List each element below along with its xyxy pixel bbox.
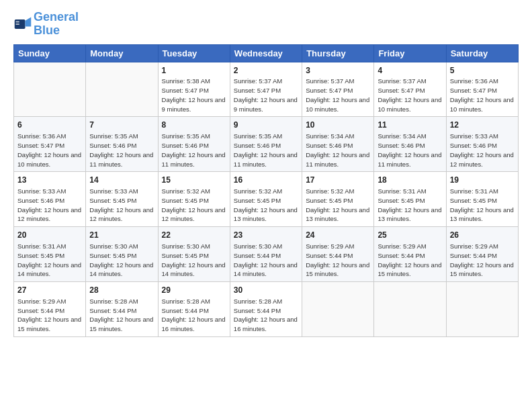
calendar-cell: 20Sunrise: 5:31 AM Sunset: 5:45 PM Dayli… (14, 227, 86, 282)
day-info: Sunrise: 5:33 AM Sunset: 5:46 PM Dayligh… (17, 187, 82, 224)
day-number: 22 (162, 230, 226, 241)
day-info: Sunrise: 5:30 AM Sunset: 5:45 PM Dayligh… (89, 242, 154, 279)
calendar-cell: 28Sunrise: 5:28 AM Sunset: 5:44 PM Dayli… (86, 282, 158, 337)
day-info: Sunrise: 5:37 AM Sunset: 5:47 PM Dayligh… (234, 77, 298, 113)
calendar-cell: 22Sunrise: 5:30 AM Sunset: 5:45 PM Dayli… (158, 227, 230, 282)
calendar-cell: 26Sunrise: 5:29 AM Sunset: 5:44 PM Dayli… (446, 227, 518, 282)
calendar-cell: 8Sunrise: 5:35 AM Sunset: 5:46 PM Daylig… (158, 117, 230, 172)
calendar-cell: 17Sunrise: 5:32 AM Sunset: 5:45 PM Dayli… (302, 172, 374, 227)
day-info: Sunrise: 5:38 AM Sunset: 5:47 PM Dayligh… (162, 77, 226, 113)
calendar-cell: 23Sunrise: 5:30 AM Sunset: 5:44 PM Dayli… (230, 227, 302, 282)
calendar-week-row: 27Sunrise: 5:29 AM Sunset: 5:44 PM Dayli… (14, 282, 519, 337)
day-header-monday: Monday (86, 44, 158, 62)
day-info: Sunrise: 5:29 AM Sunset: 5:44 PM Dayligh… (450, 242, 515, 279)
day-info: Sunrise: 5:32 AM Sunset: 5:45 PM Dayligh… (162, 187, 226, 224)
page: General Blue SundayMondayTuesdayWednesda… (0, 0, 532, 411)
day-info: Sunrise: 5:35 AM Sunset: 5:46 PM Dayligh… (234, 132, 298, 169)
day-info: Sunrise: 5:32 AM Sunset: 5:45 PM Dayligh… (306, 187, 370, 224)
day-info: Sunrise: 5:35 AM Sunset: 5:46 PM Dayligh… (162, 132, 226, 169)
day-info: Sunrise: 5:35 AM Sunset: 5:46 PM Dayligh… (89, 132, 154, 169)
calendar-cell: 12Sunrise: 5:33 AM Sunset: 5:46 PM Dayli… (446, 117, 518, 172)
day-info: Sunrise: 5:34 AM Sunset: 5:46 PM Dayligh… (306, 132, 370, 169)
day-info: Sunrise: 5:28 AM Sunset: 5:44 PM Dayligh… (89, 297, 154, 334)
day-info: Sunrise: 5:30 AM Sunset: 5:45 PM Dayligh… (162, 242, 226, 279)
calendar-cell: 27Sunrise: 5:29 AM Sunset: 5:44 PM Dayli… (14, 282, 86, 337)
day-number: 19 (450, 175, 515, 186)
day-number: 15 (162, 175, 226, 186)
day-number: 18 (378, 175, 442, 186)
calendar-cell: 5Sunrise: 5:36 AM Sunset: 5:47 PM Daylig… (446, 62, 518, 117)
day-header-thursday: Thursday (302, 44, 374, 62)
calendar-cell (86, 62, 158, 117)
calendar-header-row: SundayMondayTuesdayWednesdayThursdayFrid… (14, 44, 519, 62)
day-number: 8 (162, 120, 226, 131)
day-info: Sunrise: 5:28 AM Sunset: 5:44 PM Dayligh… (234, 297, 298, 334)
logo: General Blue (13, 11, 79, 38)
day-info: Sunrise: 5:32 AM Sunset: 5:45 PM Dayligh… (234, 187, 298, 224)
calendar-cell: 6Sunrise: 5:36 AM Sunset: 5:47 PM Daylig… (14, 117, 86, 172)
day-info: Sunrise: 5:33 AM Sunset: 5:45 PM Dayligh… (89, 187, 154, 224)
calendar-cell: 30Sunrise: 5:28 AM Sunset: 5:44 PM Dayli… (230, 282, 302, 337)
calendar-cell: 2Sunrise: 5:37 AM Sunset: 5:47 PM Daylig… (230, 62, 302, 117)
calendar-week-row: 20Sunrise: 5:31 AM Sunset: 5:45 PM Dayli… (14, 227, 519, 282)
day-info: Sunrise: 5:33 AM Sunset: 5:46 PM Dayligh… (450, 132, 515, 169)
day-info: Sunrise: 5:36 AM Sunset: 5:47 PM Dayligh… (450, 77, 515, 113)
calendar-cell: 18Sunrise: 5:31 AM Sunset: 5:45 PM Dayli… (374, 172, 446, 227)
day-number: 13 (17, 175, 82, 186)
calendar-week-row: 1Sunrise: 5:38 AM Sunset: 5:47 PM Daylig… (14, 62, 519, 117)
day-info: Sunrise: 5:34 AM Sunset: 5:46 PM Dayligh… (378, 132, 442, 169)
calendar-cell: 24Sunrise: 5:29 AM Sunset: 5:44 PM Dayli… (302, 227, 374, 282)
day-info: Sunrise: 5:36 AM Sunset: 5:47 PM Dayligh… (17, 132, 82, 169)
calendar-cell: 1Sunrise: 5:38 AM Sunset: 5:47 PM Daylig… (158, 62, 230, 117)
calendar-cell (446, 282, 518, 337)
calendar-cell: 29Sunrise: 5:28 AM Sunset: 5:44 PM Dayli… (158, 282, 230, 337)
day-number: 1 (162, 65, 226, 77)
day-info: Sunrise: 5:37 AM Sunset: 5:47 PM Dayligh… (378, 77, 442, 113)
calendar-cell: 11Sunrise: 5:34 AM Sunset: 5:46 PM Dayli… (374, 117, 446, 172)
day-number: 6 (17, 120, 82, 131)
day-number: 7 (89, 120, 154, 131)
day-number: 5 (450, 65, 515, 77)
calendar-cell: 15Sunrise: 5:32 AM Sunset: 5:45 PM Dayli… (158, 172, 230, 227)
day-header-tuesday: Tuesday (158, 44, 230, 62)
svg-marker-1 (26, 17, 32, 26)
svg-rect-2 (16, 21, 19, 22)
day-number: 4 (378, 65, 442, 77)
day-number: 23 (234, 230, 298, 241)
day-info: Sunrise: 5:28 AM Sunset: 5:44 PM Dayligh… (162, 297, 226, 334)
day-number: 24 (306, 230, 370, 241)
day-number: 30 (234, 285, 298, 296)
day-info: Sunrise: 5:31 AM Sunset: 5:45 PM Dayligh… (378, 187, 442, 224)
calendar-cell: 4Sunrise: 5:37 AM Sunset: 5:47 PM Daylig… (374, 62, 446, 117)
calendar-cell: 25Sunrise: 5:29 AM Sunset: 5:44 PM Dayli… (374, 227, 446, 282)
day-header-saturday: Saturday (446, 44, 518, 62)
calendar-week-row: 6Sunrise: 5:36 AM Sunset: 5:47 PM Daylig… (14, 117, 519, 172)
day-header-sunday: Sunday (14, 44, 86, 62)
day-number: 17 (306, 175, 370, 186)
day-number: 26 (450, 230, 515, 241)
calendar-table: SundayMondayTuesdayWednesdayThursdayFrid… (13, 44, 519, 337)
day-header-wednesday: Wednesday (230, 44, 302, 62)
day-info: Sunrise: 5:31 AM Sunset: 5:45 PM Dayligh… (17, 242, 82, 279)
day-number: 12 (450, 120, 515, 131)
day-number: 10 (306, 120, 370, 131)
calendar-cell: 21Sunrise: 5:30 AM Sunset: 5:45 PM Dayli… (86, 227, 158, 282)
calendar-cell: 3Sunrise: 5:37 AM Sunset: 5:47 PM Daylig… (302, 62, 374, 117)
day-number: 16 (234, 175, 298, 186)
logo-text: General Blue (34, 11, 79, 38)
calendar-cell (14, 62, 86, 117)
calendar-cell: 7Sunrise: 5:35 AM Sunset: 5:46 PM Daylig… (86, 117, 158, 172)
day-number: 28 (89, 285, 154, 296)
header: General Blue (13, 11, 519, 38)
day-number: 21 (89, 230, 154, 241)
day-number: 2 (234, 65, 298, 77)
day-info: Sunrise: 5:31 AM Sunset: 5:45 PM Dayligh… (450, 187, 515, 224)
day-number: 27 (17, 285, 82, 296)
calendar-cell: 16Sunrise: 5:32 AM Sunset: 5:45 PM Dayli… (230, 172, 302, 227)
day-info: Sunrise: 5:29 AM Sunset: 5:44 PM Dayligh… (378, 242, 442, 279)
day-number: 14 (89, 175, 154, 186)
calendar-cell: 14Sunrise: 5:33 AM Sunset: 5:45 PM Dayli… (86, 172, 158, 227)
calendar-cell: 10Sunrise: 5:34 AM Sunset: 5:46 PM Dayli… (302, 117, 374, 172)
day-info: Sunrise: 5:29 AM Sunset: 5:44 PM Dayligh… (17, 297, 82, 334)
day-info: Sunrise: 5:29 AM Sunset: 5:44 PM Dayligh… (306, 242, 370, 279)
